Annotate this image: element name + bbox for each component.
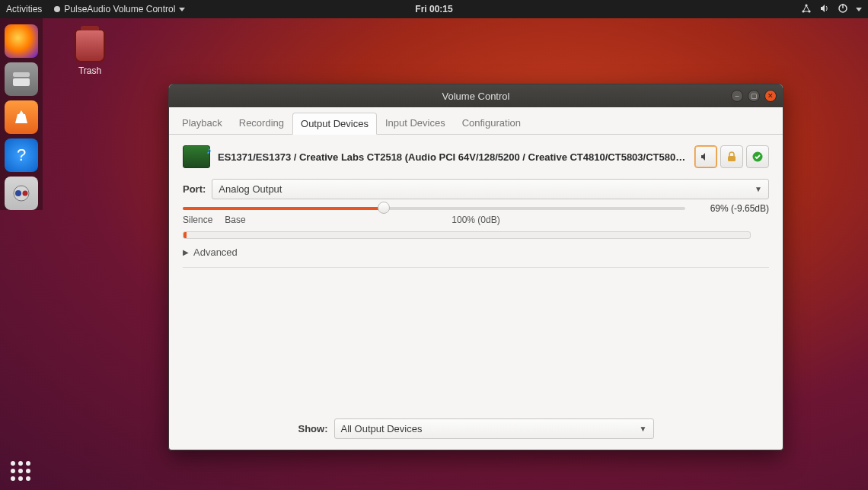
launcher-help[interactable]: ? xyxy=(5,138,38,172)
activities-button[interactable]: Activities xyxy=(6,4,42,14)
svg-rect-10 xyxy=(728,156,736,161)
disclosure-triangle-icon: ▶ xyxy=(183,248,189,256)
volume-slider[interactable] xyxy=(183,207,685,210)
launcher-pavucontrol[interactable] xyxy=(5,177,38,210)
volume-reading: 69% (-9.65dB) xyxy=(710,203,769,214)
svg-rect-5 xyxy=(13,72,30,77)
tab-output-devices[interactable]: Output Devices xyxy=(292,113,377,135)
network-icon[interactable] xyxy=(801,3,812,16)
device-name: ES1371/ES1373 / Creative Labs CT2518 (Au… xyxy=(218,151,687,163)
sound-card-icon xyxy=(183,145,210,168)
level-meter-peak xyxy=(183,232,187,238)
launcher-files[interactable] xyxy=(5,62,38,96)
port-label: Port: xyxy=(183,183,206,195)
chevron-down-icon xyxy=(179,8,185,11)
tab-recording[interactable]: Recording xyxy=(231,112,292,134)
volume-fill xyxy=(183,207,384,210)
window-titlebar[interactable]: Volume Control – ▢ ✕ xyxy=(169,84,783,107)
lock-channels-button[interactable] xyxy=(720,145,743,168)
clock[interactable]: Fri 00:15 xyxy=(415,4,452,14)
volume-slider-row: 69% (-9.65dB) Silence Base 100% (0dB) xyxy=(183,207,769,225)
svg-point-9 xyxy=(23,191,28,196)
tab-input-devices[interactable]: Input Devices xyxy=(377,112,454,134)
power-icon[interactable] xyxy=(838,3,848,16)
advanced-label: Advanced xyxy=(193,247,238,258)
app-menu[interactable]: PulseAudio Volume Control xyxy=(54,4,185,14)
tab-configuration[interactable]: Configuration xyxy=(454,112,529,134)
port-row: Port: Analog Output ▼ xyxy=(183,179,769,199)
tab-playback[interactable]: Playback xyxy=(174,112,231,134)
set-default-button[interactable] xyxy=(746,145,769,168)
volume-thumb[interactable] xyxy=(378,202,390,214)
chevron-down-icon: ▼ xyxy=(755,185,762,193)
app-menu-title: PulseAudio Volume Control xyxy=(64,4,175,14)
tab-bar: Playback Recording Output Devices Input … xyxy=(169,107,783,135)
separator xyxy=(183,267,769,268)
trash-icon xyxy=(75,29,105,62)
desktop-trash[interactable]: Trash xyxy=(67,29,113,76)
volume-scale: Silence Base 100% (0dB) xyxy=(183,215,685,225)
volume-control-window: Volume Control – ▢ ✕ Playback Recording … xyxy=(168,84,783,450)
launcher-dock: ? xyxy=(0,18,43,210)
show-combo[interactable]: All Output Devices ▼ xyxy=(334,418,654,439)
app-indicator-icon xyxy=(54,6,60,12)
top-bar: Activities PulseAudio Volume Control Fri… xyxy=(0,0,868,18)
system-menu-chevron-icon[interactable] xyxy=(856,8,862,11)
content-area: ES1371/ES1373 / Creative Labs CT2518 (Au… xyxy=(169,135,783,411)
show-applications-button[interactable] xyxy=(11,461,30,481)
mute-button[interactable] xyxy=(694,145,717,168)
show-label: Show: xyxy=(298,423,328,434)
port-combo[interactable]: Analog Output ▼ xyxy=(212,179,769,199)
scale-silence: Silence xyxy=(183,215,212,225)
minimize-button[interactable]: – xyxy=(731,90,743,102)
volume-icon[interactable] xyxy=(819,3,830,16)
chevron-down-icon: ▼ xyxy=(640,425,647,433)
launcher-software[interactable] xyxy=(5,100,38,134)
window-title: Volume Control xyxy=(442,91,510,102)
show-value: All Output Devices xyxy=(341,423,423,434)
trash-label: Trash xyxy=(67,65,113,76)
footer: Show: All Output Devices ▼ xyxy=(169,411,783,450)
maximize-button[interactable]: ▢ xyxy=(748,90,760,102)
scale-100: 100% (0dB) xyxy=(452,215,499,225)
level-meter xyxy=(183,231,751,239)
port-value: Analog Output xyxy=(219,183,282,195)
advanced-expander[interactable]: ▶ Advanced xyxy=(183,247,769,258)
svg-rect-6 xyxy=(13,78,30,86)
launcher-firefox[interactable] xyxy=(5,24,38,58)
device-header: ES1371/ES1373 / Creative Labs CT2518 (Au… xyxy=(183,145,769,168)
svg-point-8 xyxy=(15,190,21,196)
close-button[interactable]: ✕ xyxy=(764,90,777,102)
svg-rect-4 xyxy=(842,4,843,8)
scale-base: Base xyxy=(225,215,245,225)
